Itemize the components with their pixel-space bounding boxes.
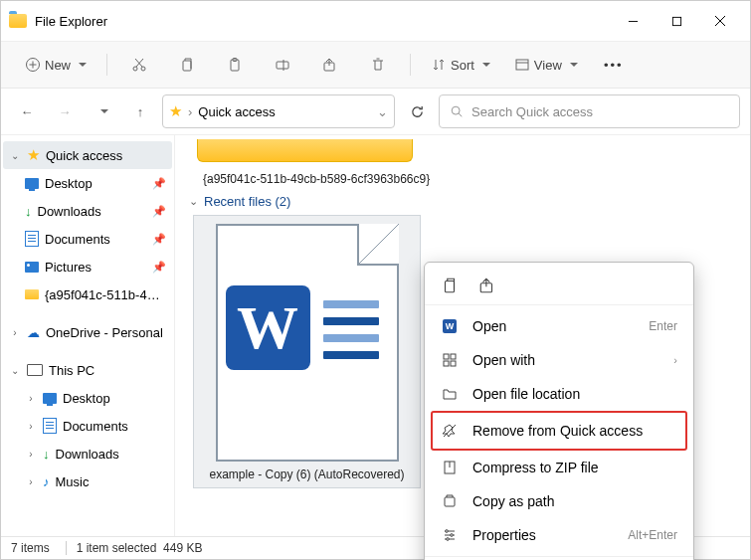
new-button[interactable]: New: [15, 49, 96, 81]
svg-rect-14: [277, 62, 288, 69]
cut-button[interactable]: [117, 49, 161, 81]
pc-icon: [27, 364, 43, 376]
sort-label: Sort: [451, 58, 474, 73]
doc-lines: [323, 300, 379, 368]
forward-button[interactable]: →: [49, 95, 81, 127]
search-placeholder: Search Quick access: [471, 104, 593, 119]
svg-line-9: [136, 59, 143, 67]
svg-rect-30: [445, 497, 455, 506]
context-compress[interactable]: Compress to ZIP file: [425, 451, 693, 484]
more-button[interactable]: •••: [592, 49, 636, 81]
svg-point-19: [452, 106, 460, 114]
properties-icon: [441, 527, 459, 543]
downloads-icon: ↓: [25, 204, 32, 219]
chevron-down-icon: ⌄: [189, 195, 198, 208]
music-icon: ♪: [43, 474, 50, 489]
context-top-actions: [425, 269, 693, 305]
svg-point-8: [141, 67, 145, 71]
back-button[interactable]: ←: [11, 95, 43, 127]
folder-icon: [441, 386, 459, 402]
sidebar-item-this-pc[interactable]: ⌄This PC: [3, 356, 172, 384]
maximize-button[interactable]: [655, 7, 698, 35]
sidebar-item-downloads[interactable]: ↓Downloads📌: [3, 197, 172, 225]
svg-point-36: [447, 538, 450, 541]
delete-button[interactable]: [356, 49, 400, 81]
sidebar-item-desktop[interactable]: Desktop📌: [3, 169, 172, 197]
svg-rect-21: [446, 280, 455, 291]
zip-icon: [441, 460, 459, 475]
sidebar-item-pictures[interactable]: Pictures📌: [3, 253, 172, 280]
rename-button[interactable]: [261, 49, 304, 81]
copy-button[interactable]: [165, 49, 209, 81]
share-button[interactable]: [308, 49, 352, 81]
navigation-pane: ⌄★Quick access Desktop📌 ↓Downloads📌 Docu…: [1, 135, 175, 536]
titlebar: File Explorer: [1, 1, 750, 42]
sort-button[interactable]: Sort: [421, 49, 500, 81]
documents-icon: [43, 418, 57, 434]
svg-rect-24: [451, 354, 456, 359]
context-open[interactable]: WOpenEnter: [425, 309, 693, 343]
status-item-count: 7 items: [11, 541, 50, 555]
sidebar-item-pc-downloads[interactable]: ›↓Downloads: [3, 440, 172, 467]
word-logo: W: [226, 285, 310, 370]
sidebar-item-pc-documents[interactable]: ›Documents: [3, 412, 172, 440]
context-menu: WOpenEnter Open with› Open file location…: [424, 262, 694, 560]
folder-thumbnail[interactable]: [197, 139, 413, 162]
address-bar[interactable]: ★ › Quick access ⌄: [162, 94, 395, 128]
pin-icon: 📌: [152, 261, 166, 274]
address-dropdown-icon[interactable]: ⌄: [377, 104, 388, 119]
recent-dropdown[interactable]: [87, 95, 118, 127]
search-box[interactable]: Search Quick access: [439, 94, 740, 128]
recent-files-label: Recent files (2): [204, 194, 290, 209]
file-caption: example - Copy (6) (AutoRecovered): [200, 467, 414, 481]
svg-rect-17: [516, 60, 528, 70]
minimize-button[interactable]: [611, 7, 655, 35]
svg-point-35: [451, 534, 454, 537]
star-icon: ★: [27, 146, 40, 164]
navigation-bar: ← → ↑ ★ › Quick access ⌄ Search Quick ac…: [1, 89, 750, 135]
file-item[interactable]: W example - Copy (6) (AutoRecovered): [193, 215, 421, 488]
app-icon: [9, 14, 27, 28]
context-open-with[interactable]: Open with›: [425, 343, 693, 377]
sidebar-item-pc-music[interactable]: ›♪Music: [3, 467, 172, 495]
open-with-icon: [441, 352, 459, 368]
view-button[interactable]: View: [504, 49, 588, 81]
refresh-button[interactable]: [401, 95, 433, 127]
context-remove-quick-access[interactable]: Remove from Quick access: [431, 411, 687, 451]
word-document-icon: W: [216, 224, 399, 462]
svg-rect-26: [451, 361, 456, 366]
sidebar-item-quick-access[interactable]: ⌄★Quick access: [3, 141, 172, 169]
command-bar: New Sort View •••: [1, 42, 750, 89]
recent-files-header[interactable]: ⌄ Recent files (2): [189, 194, 750, 209]
sidebar-item-pc-desktop[interactable]: ›Desktop: [3, 384, 172, 412]
pin-icon: 📌: [152, 233, 166, 246]
pictures-icon: [25, 262, 39, 273]
svg-rect-23: [444, 354, 449, 359]
chevron-right-icon: ›: [673, 354, 677, 366]
copy-icon[interactable]: [441, 277, 459, 297]
star-icon: ★: [169, 102, 182, 120]
paste-button[interactable]: [213, 49, 257, 81]
svg-line-10: [135, 59, 142, 67]
sidebar-item-guid-folder[interactable]: {a95f041c-511b-49cb-b589-6cf3963b66c9}: [3, 280, 172, 308]
copy-path-icon: [441, 493, 459, 509]
word-icon: W: [443, 319, 457, 333]
up-button[interactable]: ↑: [124, 95, 156, 127]
svg-point-7: [133, 67, 137, 71]
new-label: New: [45, 58, 71, 73]
svg-rect-25: [444, 361, 449, 366]
context-copy-path[interactable]: Copy as path: [425, 484, 693, 518]
context-open-location[interactable]: Open file location: [425, 377, 693, 411]
sidebar-item-onedrive[interactable]: ›☁OneDrive - Personal: [3, 318, 172, 346]
sidebar-item-documents[interactable]: Documents📌: [3, 225, 172, 253]
context-properties[interactable]: PropertiesAlt+Enter: [425, 518, 693, 552]
svg-line-20: [459, 113, 462, 116]
close-button[interactable]: [698, 7, 742, 35]
share-icon[interactable]: [478, 277, 496, 297]
svg-rect-1: [672, 17, 680, 25]
downloads-icon: ↓: [43, 447, 50, 462]
chevron-right-icon: ›: [188, 104, 192, 119]
desktop-icon: [25, 178, 39, 189]
desktop-icon: [43, 393, 57, 404]
pin-icon: 📌: [152, 205, 166, 218]
